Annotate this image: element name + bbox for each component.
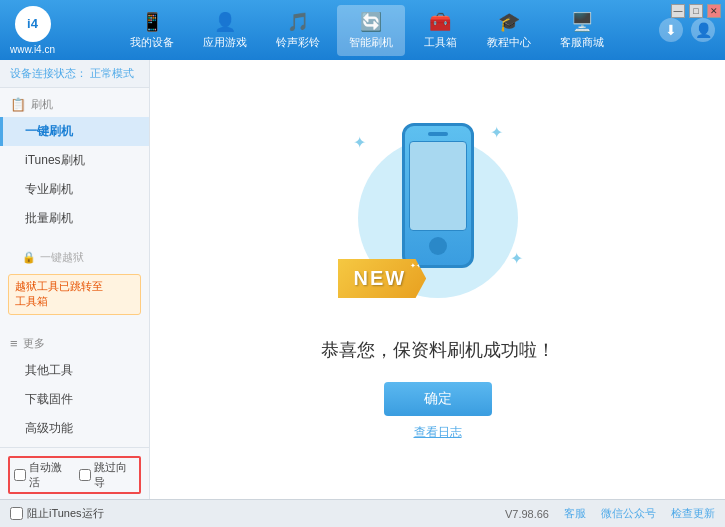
sidebar-item-batch-flash[interactable]: 批量刷机: [0, 204, 149, 233]
success-illustration: ✦ ✦ ✦ NEW ✦✦: [348, 118, 528, 318]
toolbox-icon: 🧰: [429, 11, 451, 33]
tutorial-icon: 🎓: [498, 11, 520, 33]
my-device-icon: 📱: [141, 11, 163, 33]
connection-status: 设备连接状态： 正常模式: [0, 60, 149, 88]
tab-smart-flash-label: 智能刷机: [349, 35, 393, 50]
tab-my-device[interactable]: 📱 我的设备: [118, 5, 186, 56]
ringtones-icon: 🎵: [287, 11, 309, 33]
check-update-link[interactable]: 检查更新: [671, 506, 715, 521]
main-area: 设备连接状态： 正常模式 📋 刷机 一键刷机 iTunes刷机 专业刷机 批量刷…: [0, 60, 725, 499]
header-right: ⬇ 👤: [659, 18, 715, 42]
skip-guide-checkbox[interactable]: [79, 469, 91, 481]
tab-app-games[interactable]: 👤 应用游戏: [191, 5, 259, 56]
warning-box: 越狱工具已跳转至工具箱: [8, 274, 141, 315]
statusbar-left: 阻止iTunes运行: [10, 506, 104, 521]
tab-ringtones[interactable]: 🎵 铃声彩铃: [264, 5, 332, 56]
more-section-header: ≡ 更多: [0, 331, 149, 356]
logo: i4 www.i4.cn: [10, 6, 55, 55]
new-badge-text: NEW: [354, 267, 407, 289]
auto-activate-label: 自动激活: [29, 460, 71, 490]
sparkle-2: ✦: [490, 123, 503, 142]
skip-guide-checkbox-label[interactable]: 跳过向导: [79, 460, 136, 490]
sidebar-item-advanced[interactable]: 高级功能: [0, 414, 149, 443]
tab-tutorial[interactable]: 🎓 教程中心: [475, 5, 543, 56]
lock-icon: 🔒: [22, 251, 36, 264]
close-button[interactable]: ✕: [707, 4, 721, 18]
auto-activate-checkbox-label[interactable]: 自动激活: [14, 460, 71, 490]
sparkle-1: ✦: [353, 133, 366, 152]
sidebar-item-itunes-flash[interactable]: iTunes刷机: [0, 146, 149, 175]
wechat-link[interactable]: 微信公众号: [601, 506, 656, 521]
service-icon: 🖥️: [571, 11, 593, 33]
auto-activate-row: 自动激活 跳过向导: [8, 456, 141, 494]
more-section: ≡ 更多 其他工具 下载固件 高级功能: [0, 327, 149, 447]
sidebar-bottom: 自动激活 跳过向导 📱 iPhone 15 Pro Max 512GB iPho…: [0, 447, 149, 499]
download-button[interactable]: ⬇: [659, 18, 683, 42]
jailbreak-label: 一键越狱: [40, 250, 84, 265]
app-header: i4 www.i4.cn 📱 我的设备 👤 应用游戏 🎵 铃声彩铃 🔄: [0, 0, 725, 60]
auto-activate-checkbox[interactable]: [14, 469, 26, 481]
warning-text: 越狱工具已跳转至工具箱: [15, 280, 103, 307]
version-text: V7.98.66: [505, 508, 549, 520]
tab-app-games-label: 应用游戏: [203, 35, 247, 50]
tab-toolbox-label: 工具箱: [424, 35, 457, 50]
statusbar-right: V7.98.66 客服 微信公众号 检查更新: [505, 506, 715, 521]
device-info: 📱 iPhone 15 Pro Max 512GB iPhone: [8, 498, 141, 499]
tab-service-label: 客服商城: [560, 35, 604, 50]
main-content: ✦ ✦ ✦ NEW ✦✦ 恭喜您，保资料刷机成功啦！ 确定 查看日志: [150, 60, 725, 499]
status-label: 设备连接状态：: [10, 67, 87, 79]
tab-my-device-label: 我的设备: [130, 35, 174, 50]
customer-service-link[interactable]: 客服: [564, 506, 586, 521]
phone-speaker: [428, 132, 448, 136]
nav-tabs: 📱 我的设备 👤 应用游戏 🎵 铃声彩铃 🔄 智能刷机 🧰 工具箱: [75, 5, 659, 56]
confirm-button[interactable]: 确定: [384, 382, 492, 416]
success-message: 恭喜您，保资料刷机成功啦！: [321, 338, 555, 362]
tab-ringtones-label: 铃声彩铃: [276, 35, 320, 50]
new-badge: NEW ✦✦: [338, 259, 427, 298]
logo-icon: i4: [15, 6, 51, 42]
flash-section-header: 📋 刷机: [0, 92, 149, 117]
statusbar: 阻止iTunes运行 V7.98.66 客服 微信公众号 检查更新: [0, 499, 725, 527]
more-section-icon: ≡: [10, 336, 18, 351]
phone-illustration: [402, 123, 474, 268]
itunes-checkbox[interactable]: [10, 507, 23, 520]
phone-screen: [409, 141, 467, 231]
window-controls[interactable]: — □ ✕: [671, 4, 721, 18]
itunes-checkbox-label[interactable]: 阻止iTunes运行: [10, 506, 104, 521]
sidebar-item-pro-flash[interactable]: 专业刷机: [0, 175, 149, 204]
jailbreak-disabled: 🔒 一键越狱: [0, 245, 149, 270]
flash-section-icon: 📋: [10, 97, 26, 112]
status-value: 正常模式: [90, 67, 134, 79]
sidebar-item-other-tools[interactable]: 其他工具: [0, 356, 149, 385]
sidebar-item-download-firmware[interactable]: 下载固件: [0, 385, 149, 414]
view-log-link[interactable]: 查看日志: [414, 424, 462, 441]
sparkle-3: ✦: [510, 249, 523, 268]
flash-section: 📋 刷机 一键刷机 iTunes刷机 专业刷机 批量刷机: [0, 88, 149, 237]
skip-guide-label: 跳过向导: [94, 460, 136, 490]
phone-home-button: [429, 237, 447, 255]
tab-service[interactable]: 🖥️ 客服商城: [548, 5, 616, 56]
maximize-button[interactable]: □: [689, 4, 703, 18]
more-section-label: 更多: [23, 336, 45, 351]
minimize-button[interactable]: —: [671, 4, 685, 18]
smart-flash-icon: 🔄: [360, 11, 382, 33]
account-button[interactable]: 👤: [691, 18, 715, 42]
app-games-icon: 👤: [214, 11, 236, 33]
sidebar: 设备连接状态： 正常模式 📋 刷机 一键刷机 iTunes刷机 专业刷机 批量刷…: [0, 60, 150, 499]
itunes-label: 阻止iTunes运行: [27, 506, 104, 521]
tab-smart-flash[interactable]: 🔄 智能刷机: [337, 5, 405, 56]
logo-text: i4: [27, 16, 38, 31]
tab-tutorial-label: 教程中心: [487, 35, 531, 50]
sidebar-item-one-key-flash[interactable]: 一键刷机: [0, 117, 149, 146]
logo-subtext: www.i4.cn: [10, 44, 55, 55]
tab-toolbox[interactable]: 🧰 工具箱: [410, 5, 470, 56]
flash-section-label: 刷机: [31, 97, 53, 112]
